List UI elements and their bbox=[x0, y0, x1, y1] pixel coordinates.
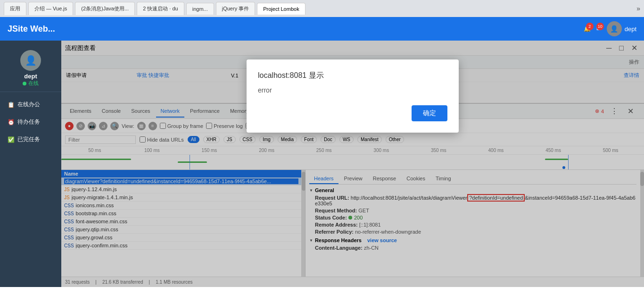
dialog-confirm-btn[interactable]: 确定 bbox=[412, 105, 447, 121]
notification1[interactable]: 🔔 2 bbox=[584, 25, 591, 32]
tab-more[interactable]: » bbox=[636, 5, 640, 12]
sidebar-status: 在线 bbox=[23, 80, 39, 87]
status-label: 在线 bbox=[28, 80, 39, 87]
browser-tab-bar: 应用 介绍 — Vue.js (2条消息)Java使用... 2 快速启动 · … bbox=[0, 0, 644, 17]
main-area: 👤 dept 在线 📋 在线办公 ⏰ 待办任务 ✅ 已完任务 bbox=[0, 41, 644, 287]
sidebar-avatar: 👤 bbox=[20, 50, 41, 71]
app-header: JSite Web... 🔔 2 ✉ 10 👤 dept bbox=[0, 17, 644, 41]
online-icon: 📋 bbox=[8, 101, 15, 108]
notification1-badge: 2 bbox=[586, 23, 594, 30]
sidebar-item-done[interactable]: ✅ 已完任务 bbox=[0, 131, 61, 148]
dialog-actions: 确定 bbox=[258, 105, 447, 121]
dialog-box: localhost:8081 显示 error 确定 bbox=[247, 59, 459, 133]
tab-jquery[interactable]: jQuery 事件 bbox=[216, 2, 255, 15]
dialog-title: localhost:8081 显示 bbox=[258, 71, 447, 81]
sidebar-item-todo[interactable]: ⏰ 待办任务 bbox=[0, 113, 61, 131]
username-label: dept bbox=[625, 25, 636, 33]
sidebar-item-done-label: 已完任务 bbox=[17, 135, 40, 144]
todo-icon: ⏰ bbox=[8, 119, 15, 126]
header-right: 🔔 2 ✉ 10 👤 dept bbox=[584, 21, 636, 36]
notification2-badge: 10 bbox=[596, 23, 604, 30]
notification2[interactable]: ✉ 10 bbox=[596, 25, 601, 32]
sidebar-item-online-label: 在线办公 bbox=[17, 101, 40, 109]
tab-java[interactable]: (2条消息)Java使用... bbox=[75, 2, 135, 15]
avatar: 👤 bbox=[607, 21, 622, 36]
status-dot bbox=[23, 82, 26, 85]
sidebar: 👤 dept 在线 📋 在线办公 ⏰ 待办任务 ✅ 已完任务 bbox=[0, 41, 61, 287]
tab-ingm[interactable]: ingm... bbox=[186, 3, 214, 15]
sidebar-username: dept bbox=[24, 73, 37, 80]
sidebar-item-online[interactable]: 📋 在线办公 bbox=[0, 96, 61, 113]
sidebar-user: 👤 dept 在线 bbox=[0, 45, 61, 92]
dialog-overlay: localhost:8081 显示 error 确定 bbox=[61, 41, 644, 287]
app-logo: JSite Web... bbox=[8, 24, 55, 34]
sidebar-menu: 📋 在线办公 ⏰ 待办任务 ✅ 已完任务 bbox=[0, 92, 61, 152]
tab-apps[interactable]: 应用 bbox=[4, 2, 26, 15]
user-chip[interactable]: 👤 dept bbox=[607, 21, 636, 36]
dialog-message: error bbox=[258, 86, 447, 94]
tab-lombok[interactable]: Project Lombok bbox=[257, 3, 305, 15]
content-area: 流程图查看 ─ □ ✕ 操作 请假申请 审批 快捷审批 V.1 2019-12-… bbox=[61, 41, 644, 287]
done-icon: ✅ bbox=[8, 136, 15, 143]
tab-vue[interactable]: 介绍 — Vue.js bbox=[28, 2, 73, 15]
tab-quick[interactable]: 2 快速启动 · du bbox=[137, 2, 184, 15]
sidebar-item-todo-label: 待办任务 bbox=[17, 118, 40, 126]
